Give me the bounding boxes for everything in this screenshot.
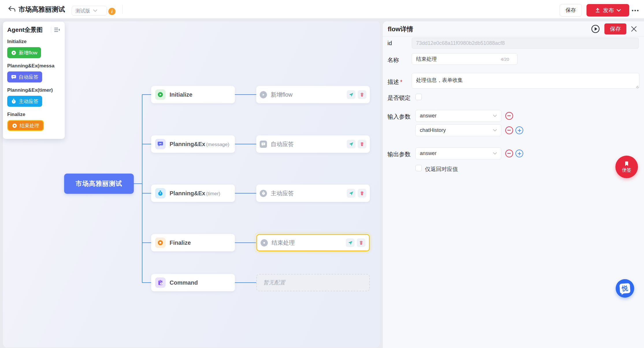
pill-label: 主动应答 xyxy=(19,98,38,105)
output-params-label: 输出参数 xyxy=(387,150,411,158)
pill-jieshuchuli-selected[interactable]: 结束处理 xyxy=(7,120,44,131)
page-title: 市场高雅丽测试 xyxy=(18,0,65,19)
run-flow-icon[interactable] xyxy=(591,25,600,33)
delete-button[interactable] xyxy=(357,238,365,247)
desc-label: 描述* xyxy=(387,78,402,86)
flow-item-zidongyingda[interactable]: 自动应答 xyxy=(256,135,370,153)
flow-item-xinzengflow[interactable]: 新增flow xyxy=(256,86,370,103)
lock-checkbox[interactable] xyxy=(415,94,422,100)
info-icon[interactable]: i xyxy=(108,8,116,15)
node-finalize[interactable]: Finalize xyxy=(151,234,235,251)
pill-label: 结束处理 xyxy=(20,122,39,129)
stop-icon xyxy=(261,239,268,246)
remove-output-param-button[interactable] xyxy=(505,150,513,157)
flow-item-zhudongyingda[interactable]: 主动应答 xyxy=(256,185,370,202)
chevron-down-icon xyxy=(93,9,97,12)
node-label: Planning&Ex(message) xyxy=(170,141,229,148)
node-initialize[interactable]: Initialize xyxy=(151,86,235,103)
node-label: Finalize xyxy=(170,240,192,246)
selected-value: answer xyxy=(420,150,493,156)
chevron-down-icon xyxy=(617,9,621,12)
delete-button[interactable] xyxy=(358,140,366,148)
divider xyxy=(122,5,123,14)
node-planning-timer[interactable]: Planning&Ex(timer) xyxy=(151,185,235,202)
chevron-down-icon xyxy=(493,152,497,155)
return-only-checkbox[interactable] xyxy=(415,165,422,171)
add-output-param-button[interactable] xyxy=(515,150,523,157)
chat-icon xyxy=(11,74,16,80)
collapse-panel-icon[interactable] xyxy=(54,26,61,33)
lock-label: 是否锁定 xyxy=(387,94,411,102)
play-badge-icon xyxy=(155,89,166,100)
more-menu-icon[interactable] xyxy=(632,9,642,12)
timer-badge-icon xyxy=(155,188,166,198)
publish-button[interactable]: 发布 xyxy=(587,4,629,16)
stop-icon xyxy=(12,123,17,128)
remove-input-param-button[interactable] xyxy=(505,112,513,120)
node-command[interactable]: Command xyxy=(151,274,235,291)
input-params-label: 输入参数 xyxy=(387,113,411,121)
close-icon[interactable] xyxy=(630,25,637,32)
desc-textarea[interactable]: 处理信息，表单收集 xyxy=(412,73,639,89)
pill-xinzengflow[interactable]: 新增flow xyxy=(7,47,41,58)
pill-zidongyingda[interactable]: 自动应答 xyxy=(7,71,42,82)
play-icon xyxy=(11,50,16,56)
remove-input-param-button[interactable] xyxy=(505,126,513,134)
delete-button[interactable] xyxy=(358,90,366,99)
node-label: Command xyxy=(170,279,199,286)
stop-badge-icon xyxy=(155,237,166,248)
chat-icon xyxy=(260,141,267,148)
back-icon[interactable] xyxy=(8,5,16,14)
detail-save-button[interactable]: 保存 xyxy=(604,23,626,34)
save-button[interactable]: 保存 xyxy=(560,4,582,16)
trash-icon xyxy=(360,142,364,146)
version-label: 测试版 xyxy=(75,8,90,14)
send-button[interactable] xyxy=(347,140,355,148)
flow-item-jieshuchuli-selected[interactable]: 结束处理 xyxy=(256,234,370,251)
node-label: Initialize xyxy=(170,91,193,98)
version-dropdown[interactable]: 测试版 xyxy=(72,6,107,16)
input-param-select-1[interactable]: answer xyxy=(415,110,501,122)
send-icon xyxy=(349,92,354,97)
chevron-down-icon xyxy=(493,115,497,117)
return-only-label: 仅返回对应值 xyxy=(425,165,458,173)
chevron-down-icon xyxy=(493,129,497,132)
divider xyxy=(51,27,51,33)
agent-overview-panel: Agent全景图 Initialize 新增flow Planning&Ex(m… xyxy=(3,22,65,139)
sticky-note-button[interactable]: 便签 xyxy=(615,156,638,178)
bookmark-icon xyxy=(623,161,630,167)
send-button[interactable] xyxy=(347,90,355,99)
send-button[interactable] xyxy=(347,189,355,198)
pill-label: 自动应答 xyxy=(19,74,38,80)
id-input[interactable] xyxy=(412,38,639,49)
group-label-initialize: Initialize xyxy=(7,39,61,45)
root-node[interactable]: 市场高雅丽测试 xyxy=(64,174,134,194)
clipboard-badge-icon xyxy=(155,277,166,288)
group-label-planning-timer: Planning&Ex(timer) xyxy=(7,87,61,93)
id-label: id xyxy=(387,40,392,47)
assistant-button[interactable]: 悦 xyxy=(616,279,634,298)
send-button[interactable] xyxy=(346,238,355,247)
note-label: 便签 xyxy=(622,167,631,173)
flow-item-empty-placeholder: 暂无配置 xyxy=(256,274,370,291)
trash-icon xyxy=(360,191,364,196)
add-input-param-button[interactable] xyxy=(515,126,523,134)
input-param-select-2[interactable]: chatHistory xyxy=(415,124,501,136)
play-icon xyxy=(260,91,267,98)
delete-button[interactable] xyxy=(358,189,366,198)
send-icon xyxy=(349,191,354,196)
chat-badge-icon xyxy=(155,139,166,149)
flow-item-label: 结束处理 xyxy=(272,239,346,247)
group-label-finalize: Finalize xyxy=(7,112,61,117)
pill-zhudongyingda[interactable]: 主动应答 xyxy=(7,96,42,107)
required-asterisk: * xyxy=(400,79,402,85)
node-label: Planning&Ex(timer) xyxy=(170,190,220,197)
flow-detail-panel: flow详情 保存 id 名称 4/20 描述* 处理信息，表单收集 是否锁定 … xyxy=(383,21,644,348)
pill-label: 新增flow xyxy=(19,49,37,56)
assistant-label: 悦 xyxy=(622,284,628,292)
flow-item-label: 新增flow xyxy=(271,91,347,99)
detail-header: flow详情 保存 xyxy=(383,21,644,36)
node-planning-message[interactable]: Planning&Ex(message) xyxy=(151,135,235,153)
output-param-select[interactable]: answer xyxy=(415,148,501,159)
selected-value: chatHistory xyxy=(420,127,493,133)
